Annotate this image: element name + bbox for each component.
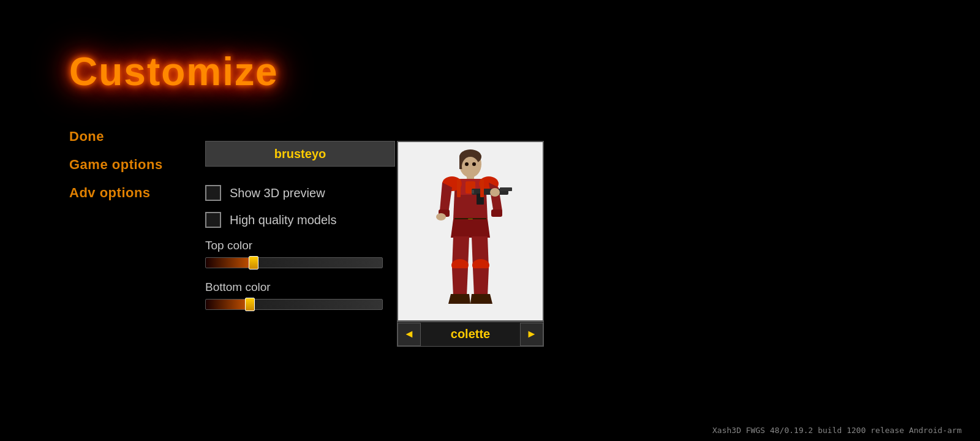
svg-point-3 (462, 157, 479, 176)
character-name-bar: ◄ colette ► (397, 322, 544, 347)
svg-rect-22 (457, 179, 461, 197)
checkbox-hq-models-label: High quality models (230, 213, 337, 227)
character-preview-panel: ◄ colette ► (397, 141, 544, 347)
player-name-text: brusteyo (274, 147, 326, 161)
checkbox-hq-models-row: High quality models (205, 212, 395, 228)
top-slider-fill (206, 258, 254, 268)
svg-rect-6 (467, 174, 474, 179)
character-next-button[interactable]: ► (520, 323, 543, 346)
bottom-color-slider[interactable] (205, 299, 383, 310)
svg-rect-17 (472, 190, 474, 194)
checkbox-show-3d[interactable] (205, 185, 221, 201)
top-color-section: Top color (205, 239, 395, 268)
nav-adv-options[interactable]: Adv options (69, 185, 163, 201)
bottom-color-section: Bottom color (205, 281, 395, 310)
character-sprite (421, 146, 519, 317)
title-area: Customize (69, 49, 279, 94)
sidebar: Done Game options Adv options (69, 129, 163, 201)
top-slider-thumb[interactable] (249, 256, 258, 270)
page-title: Customize (69, 50, 279, 94)
character-prev-button[interactable]: ◄ (398, 323, 421, 346)
svg-rect-23 (480, 179, 484, 197)
top-color-slider[interactable] (205, 257, 383, 268)
bottom-slider-fill (206, 300, 250, 309)
svg-point-4 (465, 162, 469, 166)
footer: Xash3D FWGS 48/0.19.2 build 1200 release… (712, 426, 962, 435)
player-name-bar[interactable]: brusteyo (205, 141, 395, 167)
checkbox-hq-models[interactable] (205, 212, 221, 228)
bottom-slider-thumb[interactable] (245, 298, 255, 311)
svg-rect-16 (500, 187, 512, 191)
svg-point-19 (490, 188, 500, 197)
checkbox-show-3d-label: Show 3D preview (230, 186, 325, 200)
svg-point-5 (472, 162, 476, 166)
svg-point-18 (436, 213, 446, 221)
nav-game-options[interactable]: Game options (69, 157, 163, 173)
footer-text: Xash3D FWGS 48/0.19.2 build 1200 release… (712, 426, 962, 435)
character-name-text: colette (421, 322, 520, 346)
top-color-label: Top color (205, 239, 395, 252)
bottom-color-label: Bottom color (205, 281, 395, 294)
svg-rect-13 (491, 209, 502, 217)
nav-done[interactable]: Done (69, 129, 163, 145)
checkbox-show-3d-row: Show 3D preview (205, 185, 395, 201)
main-content: brusteyo Show 3D preview High quality mo… (205, 141, 395, 322)
character-preview-frame (397, 141, 544, 322)
